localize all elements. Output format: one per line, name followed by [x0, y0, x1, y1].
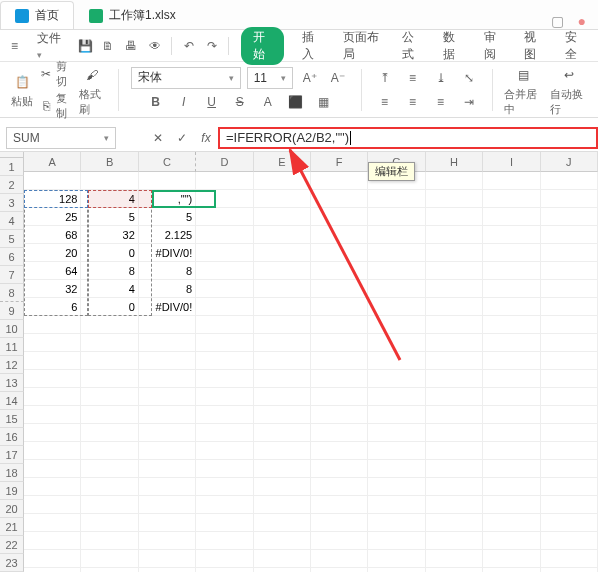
- cell-G15[interactable]: [368, 424, 425, 442]
- column-header-H[interactable]: H: [426, 152, 483, 172]
- align-right-icon[interactable]: ≡: [430, 91, 452, 113]
- cell-G6[interactable]: [368, 262, 425, 280]
- cell-D19[interactable]: [196, 496, 253, 514]
- cell-C22[interactable]: [139, 550, 196, 568]
- cell-I7[interactable]: [483, 280, 540, 298]
- cell-J7[interactable]: [541, 280, 598, 298]
- cell-I19[interactable]: [483, 496, 540, 514]
- cut-icon[interactable]: ✂: [40, 66, 53, 82]
- cell-G7[interactable]: [368, 280, 425, 298]
- cell-F13[interactable]: [311, 388, 368, 406]
- orientation-icon[interactable]: ⤡: [458, 67, 480, 89]
- cell-E22[interactable]: [254, 550, 311, 568]
- cell-A21[interactable]: [24, 532, 81, 550]
- menu-formula[interactable]: 公式: [394, 29, 429, 63]
- copy-icon[interactable]: ⎘: [40, 98, 53, 114]
- cell-A17[interactable]: [24, 460, 81, 478]
- cell-E23[interactable]: [254, 568, 311, 572]
- cell-D23[interactable]: [196, 568, 253, 572]
- cell-C4[interactable]: 2.125: [139, 226, 196, 244]
- cell-G20[interactable]: [368, 514, 425, 532]
- cell-H13[interactable]: [426, 388, 483, 406]
- cell-C19[interactable]: [139, 496, 196, 514]
- cell-I4[interactable]: [483, 226, 540, 244]
- row-header-17[interactable]: 17: [0, 446, 24, 464]
- cell-A23[interactable]: [24, 568, 81, 572]
- cell-H9[interactable]: [426, 316, 483, 334]
- cell-I20[interactable]: [483, 514, 540, 532]
- cell-H17[interactable]: [426, 460, 483, 478]
- cell-B19[interactable]: [81, 496, 138, 514]
- cell-A7[interactable]: 32: [24, 280, 81, 298]
- column-header-A[interactable]: A: [24, 152, 81, 172]
- cell-I2[interactable]: [483, 190, 540, 208]
- cell-J2[interactable]: [541, 190, 598, 208]
- cell-H10[interactable]: [426, 334, 483, 352]
- cell-J8[interactable]: [541, 298, 598, 316]
- cell-F8[interactable]: [311, 298, 368, 316]
- format-painter-icon[interactable]: 🖌: [80, 63, 104, 87]
- save-as-icon[interactable]: 🗎: [100, 35, 117, 57]
- cell-A13[interactable]: [24, 388, 81, 406]
- row-header-22[interactable]: 22: [0, 536, 24, 554]
- cell-E10[interactable]: [254, 334, 311, 352]
- cell-A11[interactable]: [24, 352, 81, 370]
- border-button[interactable]: ▦: [313, 91, 335, 113]
- cell-G10[interactable]: [368, 334, 425, 352]
- cell-G5[interactable]: [368, 244, 425, 262]
- cell-C15[interactable]: [139, 424, 196, 442]
- cell-F10[interactable]: [311, 334, 368, 352]
- column-header-J[interactable]: J: [541, 152, 598, 172]
- cell-I9[interactable]: [483, 316, 540, 334]
- row-header-16[interactable]: 16: [0, 428, 24, 446]
- cell-F17[interactable]: [311, 460, 368, 478]
- align-left-icon[interactable]: ≡: [374, 91, 396, 113]
- cell-C17[interactable]: [139, 460, 196, 478]
- decrease-font-icon[interactable]: A⁻: [327, 67, 349, 89]
- cell-I21[interactable]: [483, 532, 540, 550]
- cell-D22[interactable]: [196, 550, 253, 568]
- cell-C16[interactable]: [139, 442, 196, 460]
- cell-J18[interactable]: [541, 478, 598, 496]
- align-bottom-icon[interactable]: ⤓: [430, 67, 452, 89]
- cell-B7[interactable]: 4: [81, 280, 138, 298]
- cell-E19[interactable]: [254, 496, 311, 514]
- cell-B17[interactable]: [81, 460, 138, 478]
- cell-G2[interactable]: [368, 190, 425, 208]
- italic-button[interactable]: I: [173, 91, 195, 113]
- cell-I13[interactable]: [483, 388, 540, 406]
- cell-A8[interactable]: 6: [24, 298, 81, 316]
- cell-H8[interactable]: [426, 298, 483, 316]
- cell-A16[interactable]: [24, 442, 81, 460]
- cell-B5[interactable]: 0: [81, 244, 138, 262]
- cell-H5[interactable]: [426, 244, 483, 262]
- cell-C6[interactable]: 8: [139, 262, 196, 280]
- cell-F16[interactable]: [311, 442, 368, 460]
- cell-C20[interactable]: [139, 514, 196, 532]
- cell-F2[interactable]: [311, 190, 368, 208]
- row-header-6[interactable]: 6: [0, 248, 24, 266]
- cell-D10[interactable]: [196, 334, 253, 352]
- cell-D20[interactable]: [196, 514, 253, 532]
- cell-H19[interactable]: [426, 496, 483, 514]
- column-header-F[interactable]: F: [311, 152, 368, 172]
- cell-B3[interactable]: 5: [81, 208, 138, 226]
- cell-C9[interactable]: [139, 316, 196, 334]
- cell-D6[interactable]: [196, 262, 253, 280]
- cell-E18[interactable]: [254, 478, 311, 496]
- menu-view[interactable]: 视图: [516, 29, 551, 63]
- cell-A15[interactable]: [24, 424, 81, 442]
- cell-E13[interactable]: [254, 388, 311, 406]
- cell-B15[interactable]: [81, 424, 138, 442]
- copy-label[interactable]: 复制: [56, 91, 73, 121]
- cell-H6[interactable]: [426, 262, 483, 280]
- cell-E11[interactable]: [254, 352, 311, 370]
- cell-grid[interactable]: 1284,"")255568322.125200#DIV/0!648832486…: [24, 172, 598, 572]
- cell-F18[interactable]: [311, 478, 368, 496]
- cell-B13[interactable]: [81, 388, 138, 406]
- row-header-4[interactable]: 4: [0, 212, 24, 230]
- cell-H4[interactable]: [426, 226, 483, 244]
- cell-G14[interactable]: [368, 406, 425, 424]
- cell-B12[interactable]: [81, 370, 138, 388]
- tab-workbook[interactable]: 工作簿1.xlsx: [74, 1, 191, 29]
